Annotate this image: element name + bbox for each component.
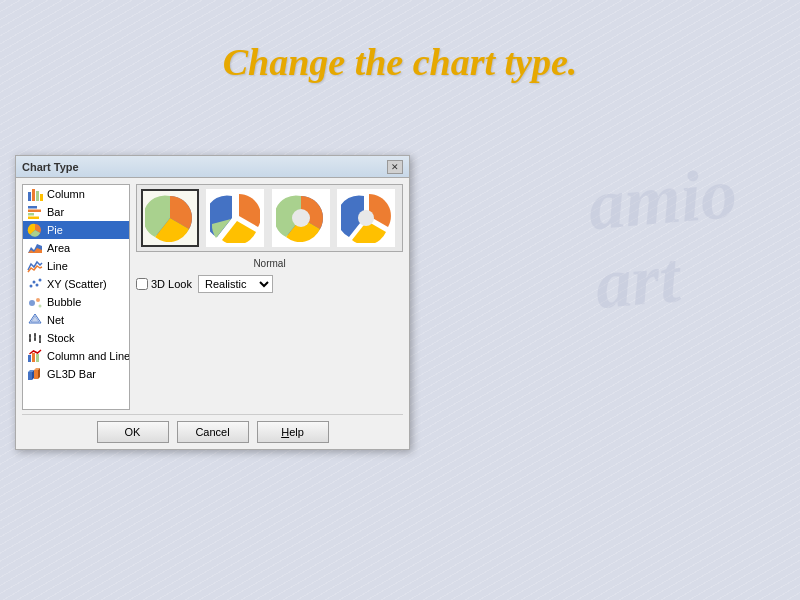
- list-label-colline: Column and Line: [47, 350, 130, 362]
- svg-point-39: [358, 210, 374, 226]
- list-item-xy[interactable]: XY (Scatter): [23, 275, 129, 293]
- watermark-line1: amio: [585, 154, 739, 246]
- list-label-stock: Stock: [47, 332, 75, 344]
- svg-point-12: [39, 279, 42, 282]
- dialog-title: Chart Type: [22, 161, 79, 173]
- list-item-net[interactable]: Net: [23, 311, 129, 329]
- slide-title: Change the chart type.: [0, 0, 800, 84]
- list-item-colline[interactable]: Column and Line: [23, 347, 129, 365]
- list-item-column[interactable]: Column: [23, 185, 129, 203]
- xy-chart-icon: [27, 277, 43, 291]
- list-label-pie: Pie: [47, 224, 63, 236]
- pie-variant-4-svg: [341, 193, 391, 243]
- line-chart-icon: [27, 259, 43, 273]
- dialog-close-button[interactable]: ✕: [387, 160, 403, 174]
- list-label-xy: XY (Scatter): [47, 278, 107, 290]
- gl3d-chart-icon: [27, 367, 43, 381]
- help-underline-h: H: [281, 426, 289, 438]
- column-chart-icon: [27, 187, 43, 201]
- chart-type-dialog: Chart Type ✕ Column: [15, 155, 410, 450]
- list-item-line[interactable]: Line: [23, 257, 129, 275]
- svg-rect-33: [34, 370, 38, 379]
- look-3d-checkbox[interactable]: [136, 278, 148, 290]
- svg-point-14: [36, 298, 40, 302]
- options-row: 3D Look Realistic Simple Advanced: [136, 275, 403, 293]
- look-3d-checkbox-label[interactable]: 3D Look: [136, 278, 192, 290]
- bubble-chart-icon: [27, 295, 43, 309]
- stock-chart-icon: [27, 331, 43, 345]
- net-chart-icon: [27, 313, 43, 327]
- dialog-body: Column Bar: [16, 178, 409, 449]
- dialog-titlebar: Chart Type ✕: [16, 156, 409, 178]
- chart-type-list[interactable]: Column Bar: [22, 184, 130, 410]
- chart-variant-4[interactable]: [337, 189, 395, 247]
- chart-variant-3[interactable]: [272, 189, 330, 247]
- pie-chart-icon-sm: [27, 223, 43, 237]
- svg-point-10: [33, 281, 36, 284]
- pie-variant-2-svg: [210, 193, 260, 243]
- bar-chart-icon: [27, 205, 43, 219]
- svg-point-9: [30, 285, 33, 288]
- list-item-stock[interactable]: Stock: [23, 329, 129, 347]
- list-item-bar[interactable]: Bar: [23, 203, 129, 221]
- svg-rect-29: [36, 354, 39, 362]
- svg-rect-6: [28, 213, 34, 216]
- svg-point-38: [292, 209, 310, 227]
- cancel-button[interactable]: Cancel: [177, 421, 249, 443]
- svg-rect-3: [40, 194, 43, 201]
- list-label-line: Line: [47, 260, 68, 272]
- chart-variant-2[interactable]: [206, 189, 264, 247]
- list-item-area[interactable]: Area: [23, 239, 129, 257]
- list-item-bubble[interactable]: Bubble: [23, 293, 129, 311]
- realistic-select[interactable]: Realistic Simple Advanced: [198, 275, 273, 293]
- list-label-column: Column: [47, 188, 85, 200]
- list-item-gl3d[interactable]: GL3D Bar: [23, 365, 129, 383]
- svg-rect-5: [28, 210, 41, 213]
- list-label-gl3d: GL3D Bar: [47, 368, 96, 380]
- chart-options-panel: Normal 3D Look Realistic Simple Advanced: [136, 184, 403, 410]
- svg-point-11: [36, 284, 39, 287]
- dialog-main-area: Column Bar: [22, 184, 403, 410]
- svg-rect-28: [32, 353, 35, 362]
- svg-rect-1: [32, 189, 35, 201]
- svg-rect-30: [28, 372, 32, 380]
- svg-rect-0: [28, 192, 31, 201]
- svg-rect-7: [28, 217, 39, 220]
- pie-variant-1-svg: [145, 193, 195, 243]
- list-label-net: Net: [47, 314, 64, 326]
- list-label-area: Area: [47, 242, 70, 254]
- svg-point-15: [39, 305, 42, 308]
- svg-rect-2: [36, 191, 39, 201]
- list-label-bubble: Bubble: [47, 296, 81, 308]
- chart-variants-grid: [136, 184, 403, 252]
- svg-rect-4: [28, 206, 37, 209]
- svg-rect-27: [28, 355, 31, 362]
- ok-button[interactable]: OK: [97, 421, 169, 443]
- list-item-pie[interactable]: Pie: [23, 221, 129, 239]
- svg-point-13: [29, 300, 35, 306]
- area-chart-icon: [27, 241, 43, 255]
- list-label-bar: Bar: [47, 206, 64, 218]
- variant-label: Normal: [136, 258, 403, 269]
- dialog-footer: OK Cancel Help: [22, 414, 403, 443]
- colline-chart-icon: [27, 349, 43, 363]
- watermark-line2: art: [592, 233, 746, 325]
- pie-variant-3-svg: [276, 193, 326, 243]
- help-button[interactable]: Help: [257, 421, 329, 443]
- help-rest: elp: [289, 426, 304, 438]
- look-3d-label: 3D Look: [151, 278, 192, 290]
- chart-variant-1[interactable]: [141, 189, 199, 247]
- watermark: amio art: [585, 154, 746, 325]
